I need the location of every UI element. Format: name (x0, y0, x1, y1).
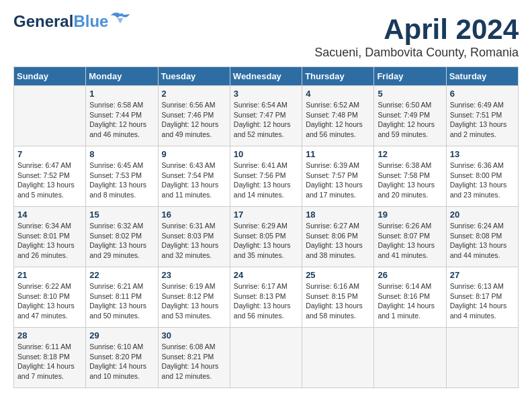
day-info: Sunrise: 6:13 AMSunset: 8:17 PMDaylight:… (450, 281, 515, 321)
calendar-cell: 24Sunrise: 6:17 AMSunset: 8:13 PMDayligh… (230, 267, 302, 328)
day-info: Sunrise: 6:11 AMSunset: 8:18 PMDaylight:… (17, 342, 82, 381)
day-number: 14 (17, 210, 82, 220)
calendar-cell (14, 86, 86, 146)
calendar-cell: 19Sunrise: 6:26 AMSunset: 8:07 PMDayligh… (374, 207, 446, 267)
calendar-cell: 11Sunrise: 6:39 AMSunset: 7:57 PMDayligh… (302, 146, 374, 207)
day-number: 19 (378, 210, 442, 220)
days-header-row: SundayMondayTuesdayWednesdayThursdayFrid… (14, 67, 519, 86)
logo-general: General (13, 12, 73, 30)
calendar-cell (446, 328, 518, 388)
day-info: Sunrise: 6:39 AMSunset: 7:57 PMDaylight:… (306, 161, 370, 200)
day-number: 26 (378, 270, 442, 280)
calendar-cell: 17Sunrise: 6:29 AMSunset: 8:05 PMDayligh… (230, 207, 302, 267)
day-number: 16 (162, 210, 226, 220)
day-number: 15 (89, 210, 154, 220)
logo: GeneralBlue (13, 13, 130, 30)
day-number: 27 (450, 270, 515, 280)
day-info: Sunrise: 6:22 AMSunset: 8:10 PMDaylight:… (17, 281, 82, 321)
calendar-cell: 7Sunrise: 6:47 AMSunset: 7:52 PMDaylight… (14, 146, 86, 207)
day-number: 6 (450, 89, 515, 99)
day-info: Sunrise: 6:41 AMSunset: 7:56 PMDaylight:… (234, 161, 298, 200)
day-info: Sunrise: 6:29 AMSunset: 8:05 PMDaylight:… (234, 221, 298, 261)
calendar-cell: 6Sunrise: 6:49 AMSunset: 7:51 PMDaylight… (446, 86, 518, 146)
day-info: Sunrise: 6:54 AMSunset: 7:47 PMDaylight:… (234, 100, 298, 140)
week-row-1: 1Sunrise: 6:58 AMSunset: 7:44 PMDaylight… (14, 86, 519, 146)
day-info: Sunrise: 6:17 AMSunset: 8:13 PMDaylight:… (234, 281, 298, 321)
day-info: Sunrise: 6:16 AMSunset: 8:15 PMDaylight:… (306, 281, 370, 321)
week-row-5: 28Sunrise: 6:11 AMSunset: 8:18 PMDayligh… (14, 328, 519, 388)
day-header-saturday: Saturday (446, 67, 518, 86)
day-info: Sunrise: 6:36 AMSunset: 8:00 PMDaylight:… (450, 161, 515, 200)
day-info: Sunrise: 6:56 AMSunset: 7:46 PMDaylight:… (162, 100, 226, 140)
calendar-cell: 15Sunrise: 6:32 AMSunset: 8:02 PMDayligh… (86, 207, 158, 267)
day-info: Sunrise: 6:58 AMSunset: 7:44 PMDaylight:… (89, 100, 154, 140)
day-info: Sunrise: 6:27 AMSunset: 8:06 PMDaylight:… (306, 221, 370, 261)
logo-bird-icon (111, 11, 130, 30)
day-header-friday: Friday (374, 67, 446, 86)
calendar-table: SundayMondayTuesdayWednesdayThursdayFrid… (13, 66, 519, 388)
day-info: Sunrise: 6:26 AMSunset: 8:07 PMDaylight:… (378, 221, 442, 261)
week-row-4: 21Sunrise: 6:22 AMSunset: 8:10 PMDayligh… (14, 267, 519, 328)
calendar-cell: 13Sunrise: 6:36 AMSunset: 8:00 PMDayligh… (446, 146, 518, 207)
calendar-cell: 8Sunrise: 6:45 AMSunset: 7:53 PMDaylight… (86, 146, 158, 207)
day-number: 25 (306, 270, 370, 280)
calendar-cell: 14Sunrise: 6:34 AMSunset: 8:01 PMDayligh… (14, 207, 86, 267)
day-info: Sunrise: 6:14 AMSunset: 8:16 PMDaylight:… (378, 281, 442, 321)
day-info: Sunrise: 6:32 AMSunset: 8:02 PMDaylight:… (89, 221, 154, 261)
day-number: 5 (378, 89, 442, 99)
day-number: 11 (306, 149, 370, 159)
calendar-cell: 5Sunrise: 6:50 AMSunset: 7:49 PMDaylight… (374, 86, 446, 146)
day-number: 13 (450, 149, 515, 159)
day-info: Sunrise: 6:50 AMSunset: 7:49 PMDaylight:… (378, 100, 442, 140)
calendar-cell: 9Sunrise: 6:43 AMSunset: 7:54 PMDaylight… (158, 146, 230, 207)
calendar-cell: 16Sunrise: 6:31 AMSunset: 8:03 PMDayligh… (158, 207, 230, 267)
day-number: 10 (234, 149, 298, 159)
day-info: Sunrise: 6:21 AMSunset: 8:11 PMDaylight:… (89, 281, 154, 321)
day-info: Sunrise: 6:19 AMSunset: 8:12 PMDaylight:… (162, 281, 226, 321)
calendar-cell: 3Sunrise: 6:54 AMSunset: 7:47 PMDaylight… (230, 86, 302, 146)
calendar-cell (302, 328, 374, 388)
day-info: Sunrise: 6:45 AMSunset: 7:53 PMDaylight:… (89, 161, 154, 200)
day-number: 4 (306, 89, 370, 99)
day-number: 24 (234, 270, 298, 280)
day-number: 2 (162, 89, 226, 99)
day-info: Sunrise: 6:34 AMSunset: 8:01 PMDaylight:… (17, 221, 82, 261)
calendar-cell: 20Sunrise: 6:24 AMSunset: 8:08 PMDayligh… (446, 207, 518, 267)
day-number: 30 (162, 330, 226, 340)
day-number: 29 (89, 330, 154, 340)
day-number: 18 (306, 210, 370, 220)
calendar-cell: 26Sunrise: 6:14 AMSunset: 8:16 PMDayligh… (374, 267, 446, 328)
calendar-cell: 29Sunrise: 6:10 AMSunset: 8:20 PMDayligh… (86, 328, 158, 388)
day-header-monday: Monday (86, 67, 158, 86)
calendar-cell: 21Sunrise: 6:22 AMSunset: 8:10 PMDayligh… (14, 267, 86, 328)
day-info: Sunrise: 6:43 AMSunset: 7:54 PMDaylight:… (162, 161, 226, 200)
calendar-cell: 1Sunrise: 6:58 AMSunset: 7:44 PMDaylight… (86, 86, 158, 146)
day-info: Sunrise: 6:52 AMSunset: 7:48 PMDaylight:… (306, 100, 370, 140)
day-number: 7 (17, 149, 82, 159)
day-header-sunday: Sunday (14, 67, 86, 86)
day-number: 21 (17, 270, 82, 280)
calendar-cell: 2Sunrise: 6:56 AMSunset: 7:46 PMDaylight… (158, 86, 230, 146)
calendar-cell: 22Sunrise: 6:21 AMSunset: 8:11 PMDayligh… (86, 267, 158, 328)
calendar-cell (374, 328, 446, 388)
day-info: Sunrise: 6:31 AMSunset: 8:03 PMDaylight:… (162, 221, 226, 261)
calendar-cell: 25Sunrise: 6:16 AMSunset: 8:15 PMDayligh… (302, 267, 374, 328)
day-info: Sunrise: 6:08 AMSunset: 8:21 PMDaylight:… (162, 342, 226, 381)
calendar-cell: 10Sunrise: 6:41 AMSunset: 7:56 PMDayligh… (230, 146, 302, 207)
day-number: 9 (162, 149, 226, 159)
calendar-cell: 18Sunrise: 6:27 AMSunset: 8:06 PMDayligh… (302, 207, 374, 267)
day-number: 3 (234, 89, 298, 99)
calendar-cell: 12Sunrise: 6:38 AMSunset: 7:58 PMDayligh… (374, 146, 446, 207)
logo-blue: Blue (73, 12, 108, 30)
day-info: Sunrise: 6:38 AMSunset: 7:58 PMDaylight:… (378, 161, 442, 200)
week-row-3: 14Sunrise: 6:34 AMSunset: 8:01 PMDayligh… (14, 207, 519, 267)
calendar-cell: 30Sunrise: 6:08 AMSunset: 8:21 PMDayligh… (158, 328, 230, 388)
location-subtitle: Sacueni, Dambovita County, Romania (314, 46, 519, 60)
day-number: 17 (234, 210, 298, 220)
day-number: 20 (450, 210, 515, 220)
day-info: Sunrise: 6:47 AMSunset: 7:52 PMDaylight:… (17, 161, 82, 200)
week-row-2: 7Sunrise: 6:47 AMSunset: 7:52 PMDaylight… (14, 146, 519, 207)
day-header-tuesday: Tuesday (158, 67, 230, 86)
day-header-thursday: Thursday (302, 67, 374, 86)
calendar-cell: 27Sunrise: 6:13 AMSunset: 8:17 PMDayligh… (446, 267, 518, 328)
